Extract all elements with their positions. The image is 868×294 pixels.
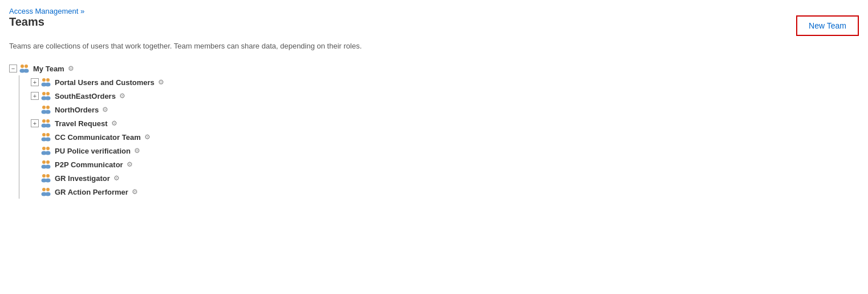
svg-point-23 (46, 138, 51, 142)
svg-point-22 (46, 133, 50, 136)
expand-spacer (31, 133, 39, 141)
list-item: NorthOrders ⚙ (31, 103, 859, 116)
child-team-label: Travel Request (55, 119, 108, 128)
svg-point-31 (46, 165, 51, 169)
child-team-label: GR Action Performer (55, 188, 128, 196)
svg-point-34 (46, 174, 50, 178)
list-item: + Portal Users and Customers ⚙ (31, 75, 859, 89)
child-team-label: PU Police verification (55, 147, 131, 155)
list-item: PU Police verification ⚙ (31, 144, 859, 158)
svg-point-20 (42, 133, 46, 136)
svg-point-26 (46, 147, 50, 150)
child-team-label: NorthOrders (55, 106, 99, 114)
svg-point-12 (42, 106, 46, 109)
svg-point-36 (42, 188, 46, 191)
expand-spacer (31, 147, 39, 155)
svg-point-2 (25, 65, 28, 68)
svg-point-39 (46, 192, 51, 196)
svg-point-6 (46, 78, 50, 82)
svg-point-27 (46, 151, 51, 155)
child-team-gear-icon[interactable]: ⚙ (111, 119, 117, 127)
child-team-icon (40, 159, 52, 170)
breadcrumb[interactable]: Access Management » (9, 7, 859, 15)
child-team-label: SouthEastOrders (55, 92, 116, 100)
root-team-gear-icon[interactable]: ⚙ (68, 65, 74, 73)
child-team-gear-icon[interactable]: ⚙ (158, 78, 164, 86)
svg-point-38 (46, 188, 50, 191)
child-team-label: P2P Communicator (55, 160, 123, 169)
child-team-icon (40, 132, 52, 142)
svg-point-0 (21, 65, 24, 68)
list-item: + SouthEastOrders ⚙ (31, 89, 859, 103)
svg-point-19 (46, 124, 51, 128)
child-team-gear-icon[interactable]: ⚙ (132, 188, 138, 196)
children-container: + Portal Users and Customers ⚙ + (19, 75, 859, 199)
child-team-gear-icon[interactable]: ⚙ (102, 106, 108, 114)
expand-icon[interactable]: + (31, 78, 39, 86)
expand-icon[interactable]: + (31, 92, 39, 100)
list-item: GR Investigator ⚙ (31, 171, 859, 185)
svg-point-4 (42, 78, 46, 82)
child-team-icon (40, 187, 52, 197)
list-item: CC Communicator Team ⚙ (31, 130, 859, 144)
page-title: Teams (9, 15, 44, 29)
child-team-icon (40, 77, 52, 87)
breadcrumb-link[interactable]: Access Management » (9, 7, 84, 15)
child-team-label: Portal Users and Customers (55, 78, 155, 87)
child-team-label: GR Investigator (55, 174, 110, 183)
list-item: + Travel Request ⚙ (31, 116, 859, 130)
team-tree: − My Team ⚙ + (9, 62, 859, 199)
child-team-label: CC Communicator Team (55, 133, 141, 142)
svg-point-18 (46, 119, 50, 123)
child-team-icon (40, 104, 52, 115)
svg-point-7 (46, 83, 51, 87)
team-group-icon (18, 63, 31, 74)
page-description: Teams are collections of users that work… (9, 42, 859, 50)
svg-point-28 (42, 160, 46, 164)
svg-point-32 (42, 174, 46, 178)
svg-point-16 (42, 119, 46, 123)
list-item: GR Action Performer ⚙ (31, 185, 859, 199)
child-team-gear-icon[interactable]: ⚙ (134, 147, 140, 155)
expand-spacer (31, 160, 39, 168)
root-team-label: My Team (33, 65, 64, 73)
svg-point-14 (46, 106, 50, 109)
child-team-gear-icon[interactable]: ⚙ (113, 174, 120, 182)
svg-point-8 (42, 92, 46, 95)
svg-point-10 (46, 92, 50, 95)
collapse-root-icon[interactable]: − (9, 65, 17, 73)
svg-point-15 (46, 110, 51, 114)
svg-point-24 (42, 147, 46, 150)
child-team-icon (40, 173, 52, 183)
expand-spacer (31, 174, 39, 182)
svg-point-35 (46, 179, 51, 183)
child-team-icon (40, 146, 52, 156)
expand-spacer (31, 106, 39, 114)
child-team-icon (40, 118, 52, 128)
tree-root-row: − My Team ⚙ (9, 62, 859, 75)
svg-point-30 (46, 160, 50, 164)
svg-point-3 (24, 69, 29, 73)
new-team-button[interactable]: New Team (796, 15, 859, 36)
expand-spacer (31, 188, 39, 196)
child-team-gear-icon[interactable]: ⚙ (127, 160, 133, 168)
expand-icon[interactable]: + (31, 119, 39, 127)
child-team-icon (40, 91, 52, 101)
child-team-gear-icon[interactable]: ⚙ (119, 92, 125, 100)
list-item: P2P Communicator ⚙ (31, 158, 859, 171)
child-team-gear-icon[interactable]: ⚙ (144, 133, 151, 141)
svg-point-11 (46, 96, 51, 100)
